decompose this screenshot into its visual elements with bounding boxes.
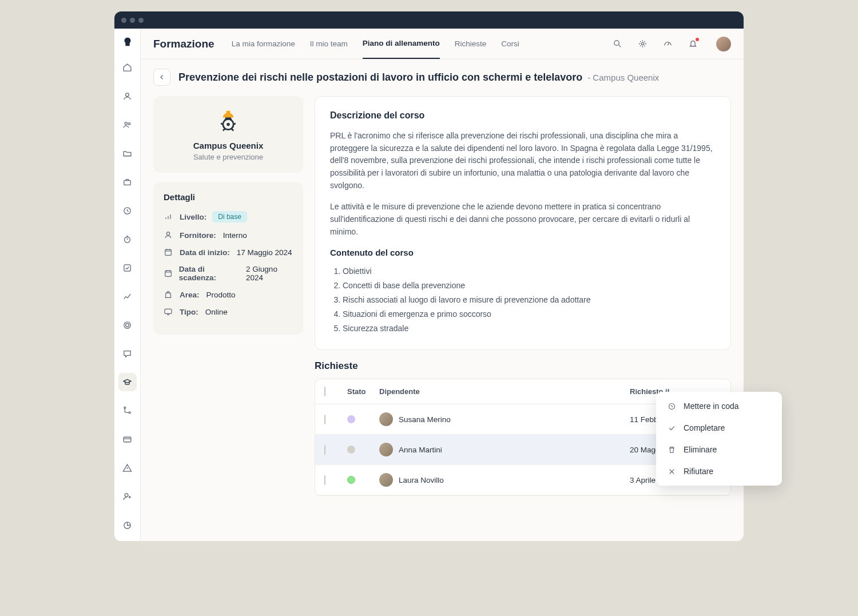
menu-queue[interactable]: Mettere in coda xyxy=(660,395,778,417)
svg-rect-20 xyxy=(165,249,172,255)
section-title: Formazione xyxy=(153,38,214,50)
sidebar-timer[interactable] xyxy=(118,230,137,248)
tab-training-plan[interactable]: Piano di allenamento xyxy=(363,29,440,59)
detail-end: Data di scadenza: 2 Giugno 2024 xyxy=(164,265,293,282)
status-dot xyxy=(347,446,355,454)
svg-rect-11 xyxy=(124,437,131,442)
description-title: Descrizione del corso xyxy=(330,110,716,121)
svg-point-0 xyxy=(126,93,129,96)
context-menu: Mettere in coda Completare Eliminare xyxy=(656,392,782,486)
svg-point-8 xyxy=(126,323,129,327)
content-item: Rischi associati al luogo di lavoro e mi… xyxy=(343,293,716,307)
window-close-dot[interactable] xyxy=(121,18,126,23)
provider-category: Salute e prevenzione xyxy=(165,153,292,161)
row-checkbox[interactable] xyxy=(324,475,325,485)
col-employee-header[interactable]: Dipendente xyxy=(379,387,630,396)
sidebar-chart[interactable] xyxy=(118,287,137,305)
content-list: Obiettivi Concetti di base della prevenz… xyxy=(330,264,716,336)
menu-delete[interactable]: Eliminare xyxy=(660,439,778,460)
row-checkbox[interactable] xyxy=(324,415,325,424)
details-card: Dettagli Livello: Di base Fornitore: Int… xyxy=(153,182,303,335)
bell-icon[interactable] xyxy=(688,39,698,49)
sidebar-chat[interactable] xyxy=(118,344,137,363)
content-title: Contenuto del corso xyxy=(330,248,716,257)
description-para2: Le attività e le misure di prevenzione c… xyxy=(330,201,716,238)
tab-courses[interactable]: Corsi xyxy=(501,29,519,58)
employee-avatar xyxy=(379,473,393,487)
sidebar-users[interactable] xyxy=(118,116,137,134)
sidebar-pie[interactable] xyxy=(118,516,137,534)
sidebar-clock[interactable] xyxy=(118,201,137,220)
requests-title: Richieste xyxy=(315,360,731,372)
provider-icon xyxy=(214,108,242,135)
svg-point-19 xyxy=(166,232,169,235)
svg-rect-16 xyxy=(226,111,230,114)
sidebar-folder[interactable] xyxy=(118,144,137,162)
clock-icon xyxy=(668,402,677,411)
window-titlebar xyxy=(114,11,744,29)
main-area: Formazione La mia formazione Il mio team… xyxy=(141,29,744,541)
tab-requests[interactable]: Richieste xyxy=(455,29,487,58)
svg-point-18 xyxy=(227,123,230,126)
sidebar-flow[interactable] xyxy=(118,402,137,420)
svg-rect-21 xyxy=(165,271,172,276)
monitor-icon xyxy=(164,307,174,316)
user-avatar[interactable] xyxy=(716,37,731,51)
app-logo[interactable] xyxy=(121,35,134,48)
page-title-suffix: - Campus Queenix xyxy=(587,73,659,82)
row-checkbox[interactable] xyxy=(324,445,325,455)
supplier-icon xyxy=(164,230,174,240)
level-badge: Di base xyxy=(212,211,247,222)
menu-reject[interactable]: Rifiutare xyxy=(660,460,778,482)
provider-name: Campus Queenix xyxy=(165,141,292,150)
detail-type: Tipo: Online xyxy=(164,307,293,316)
svg-point-15 xyxy=(641,42,644,45)
sidebar-education[interactable] xyxy=(118,373,137,391)
detail-supplier: Fornitore: Interno xyxy=(164,230,293,240)
back-button[interactable] xyxy=(153,69,170,86)
employee-name: Anna Martini xyxy=(399,446,442,454)
x-icon xyxy=(668,467,677,476)
sidebar xyxy=(114,29,141,541)
check-icon xyxy=(668,424,677,432)
sidebar-briefcase[interactable] xyxy=(118,173,137,191)
select-all-checkbox[interactable] xyxy=(324,387,325,396)
page-title: Prevenzione dei rischi nelle postazioni … xyxy=(178,71,659,84)
sidebar-card[interactable] xyxy=(118,430,137,448)
status-dot xyxy=(347,476,355,484)
details-title: Dettagli xyxy=(164,192,293,202)
content-item: Sicurezza stradale xyxy=(343,321,716,336)
provider-card: Campus Queenix Salute e prevenzione xyxy=(153,96,303,173)
sidebar-adduser[interactable] xyxy=(118,487,137,506)
window-max-dot[interactable] xyxy=(138,18,144,23)
level-icon xyxy=(164,212,174,221)
content-item: Obiettivi xyxy=(343,264,716,279)
gauge-icon[interactable] xyxy=(662,39,673,49)
search-icon[interactable] xyxy=(612,39,622,49)
svg-point-2 xyxy=(128,122,130,125)
detail-start: Data di inizio: 17 Maggio 2024 xyxy=(164,248,293,257)
content-item: Concetti di base della prevenzione xyxy=(343,279,716,293)
detail-level: Livello: Di base xyxy=(164,211,293,222)
employee-avatar xyxy=(379,443,393,456)
gear-icon[interactable] xyxy=(637,39,648,49)
requests-table: Stato Dipendente Richiesto il Susana Mer… xyxy=(315,379,731,496)
calendar-icon xyxy=(164,248,174,257)
svg-rect-6 xyxy=(124,264,130,271)
menu-complete[interactable]: Completare xyxy=(660,417,778,439)
svg-point-10 xyxy=(129,411,130,413)
sidebar-target[interactable] xyxy=(118,316,137,334)
tab-my-training[interactable]: La mia formazione xyxy=(232,29,295,58)
sidebar-alert[interactable] xyxy=(118,459,137,477)
sidebar-home[interactable] xyxy=(118,58,137,77)
app-window: Formazione La mia formazione Il mio team… xyxy=(114,11,744,541)
col-status-header[interactable]: Stato xyxy=(347,387,379,396)
tab-my-team[interactable]: Il mio team xyxy=(310,29,348,58)
sidebar-user[interactable] xyxy=(118,87,137,105)
description-para1: PRL è l'acronimo che si riferisce alla p… xyxy=(330,130,716,192)
trash-icon xyxy=(668,446,677,454)
sidebar-check[interactable] xyxy=(118,259,137,277)
description-card: Descrizione del corso PRL è l'acronimo c… xyxy=(315,96,731,350)
detail-area: Area: Prodotto xyxy=(164,290,293,299)
window-min-dot[interactable] xyxy=(130,18,135,23)
